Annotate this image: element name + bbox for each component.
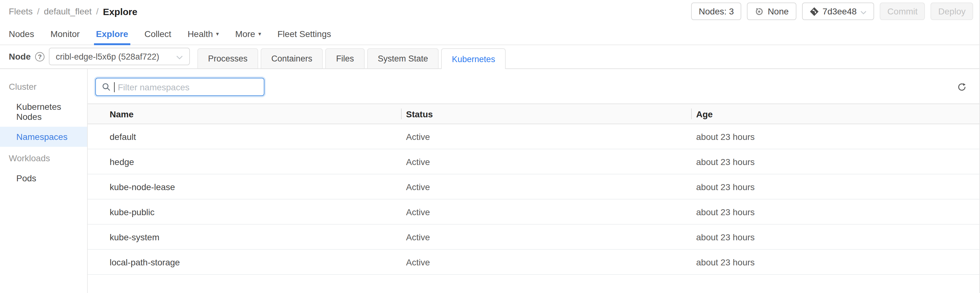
table-row[interactable]: hedge Active about 23 hours [88,149,979,175]
kubernetes-sidebar: Cluster Kubernetes Nodes Namespaces Work… [0,69,88,293]
cell-age: about 23 hours [691,131,979,141]
cell-age: about 23 hours [691,157,979,167]
column-header-age: Age [691,104,979,123]
nav-item-health[interactable]: Health ▾ [188,22,219,45]
restarts-label: None [768,6,789,16]
nav-item-monitor[interactable]: Monitor [51,22,80,45]
column-header-name: Name [88,104,401,123]
cell-status: Active [401,157,691,167]
caret-down-icon: ▾ [258,30,261,37]
commit-id-label: 7d3ee48 [822,6,857,16]
chevron-down-icon [176,52,183,61]
cell-name: kube-public [88,207,401,217]
namespaces-toolbar [88,69,979,96]
text-cursor [114,82,115,92]
namespaces-table: Name Status Age default Active about 23 … [88,104,979,275]
sub-header: Node ? cribl-edge-l5x6p (528af722) Proce… [0,45,979,69]
cell-age: about 23 hours [691,182,979,192]
filter-namespaces-box [95,78,264,96]
node-selector[interactable]: cribl-edge-l5x6p (528af722) [49,48,190,65]
commit-id-dropdown[interactable]: 7d3ee48 [802,3,874,20]
column-header-status: Status [401,104,691,123]
table-row[interactable]: kube-public Active about 23 hours [88,200,979,225]
cell-status: Active [401,232,691,242]
tab-system-state[interactable]: System State [367,48,439,68]
cell-status: Active [401,207,691,217]
nav-item-nodes[interactable]: Nodes [9,22,34,45]
app-root: Fleets / default_fleet / Explore Nodes: … [0,0,980,293]
breadcrumb-separator: / [96,6,99,16]
table-row[interactable]: kube-system Active about 23 hours [88,225,979,250]
cell-age: about 23 hours [691,207,979,217]
content-area: Cluster Kubernetes Nodes Namespaces Work… [0,69,979,293]
refresh-button[interactable] [956,81,968,93]
table-header-row: Name Status Age [88,104,979,124]
nav-item-fleet-settings[interactable]: Fleet Settings [278,22,331,45]
help-icon[interactable]: ? [35,52,45,61]
cell-name: kube-system [88,232,401,242]
tab-files[interactable]: Files [326,48,365,68]
breadcrumb: Fleets / default_fleet / Explore [9,6,137,17]
namespaces-panel: Name Status Age default Active about 23 … [88,69,979,293]
nav-item-collect[interactable]: Collect [145,22,171,45]
table-row[interactable]: local-path-storage Active about 23 hours [88,250,979,275]
deploy-button-label: Deploy [938,6,966,16]
top-bar: Fleets / default_fleet / Explore Nodes: … [0,0,979,22]
sidebar-section-workloads: Workloads [0,147,87,168]
git-commit-icon [809,6,819,16]
sidebar-section-cluster: Cluster [0,75,87,97]
cell-name: local-path-storage [88,257,401,267]
breadcrumb-separator: / [37,6,40,16]
sidebar-item-pods[interactable]: Pods [0,168,87,188]
commit-button[interactable]: Commit [880,3,925,20]
refresh-icon [957,82,967,92]
tab-kubernetes[interactable]: Kubernetes [441,48,506,69]
cell-name: default [88,131,401,141]
node-label: Node [9,51,31,61]
table-row[interactable]: default Active about 23 hours [88,124,979,149]
cell-name: hedge [88,157,401,167]
nodes-count-label: Nodes: 3 [698,6,734,16]
search-icon [102,82,111,91]
filter-namespaces-input[interactable] [118,82,258,92]
nav-item-explore[interactable]: Explore [96,22,128,45]
chevron-down-icon [860,6,867,16]
sidebar-item-kubernetes-nodes[interactable]: Kubernetes Nodes [0,97,87,127]
cell-name: kube-node-lease [88,182,401,192]
breadcrumb-fleet-name[interactable]: default_fleet [44,6,92,16]
node-selector-group: Node ? cribl-edge-l5x6p (528af722) [9,48,190,65]
breadcrumb-current-page: Explore [103,6,137,17]
tab-processes[interactable]: Processes [197,48,258,68]
nav-item-more[interactable]: More ▾ [235,22,261,45]
cell-age: about 23 hours [691,232,979,242]
pending-restarts-button[interactable]: None [747,3,796,20]
breadcrumb-fleets[interactable]: Fleets [9,6,33,16]
node-selector-value: cribl-edge-l5x6p (528af722) [56,52,159,61]
nodes-count-button[interactable]: Nodes: 3 [691,3,741,20]
fleet-nav: Nodes Monitor Explore Collect Health ▾ M… [0,22,979,45]
deploy-button[interactable]: Deploy [931,3,973,20]
cell-status: Active [401,131,691,141]
sidebar-item-namespaces[interactable]: Namespaces [0,127,87,147]
cell-age: about 23 hours [691,257,979,267]
cell-status: Active [401,182,691,192]
restart-icon [754,6,764,16]
caret-down-icon: ▾ [216,30,219,37]
tab-containers[interactable]: Containers [261,48,323,68]
view-tabs: Processes Containers Files System State … [197,45,506,68]
table-row[interactable]: kube-node-lease Active about 23 hours [88,175,979,200]
top-actions: Nodes: 3 None [691,3,973,20]
cell-status: Active [401,257,691,267]
commit-button-label: Commit [887,6,917,16]
